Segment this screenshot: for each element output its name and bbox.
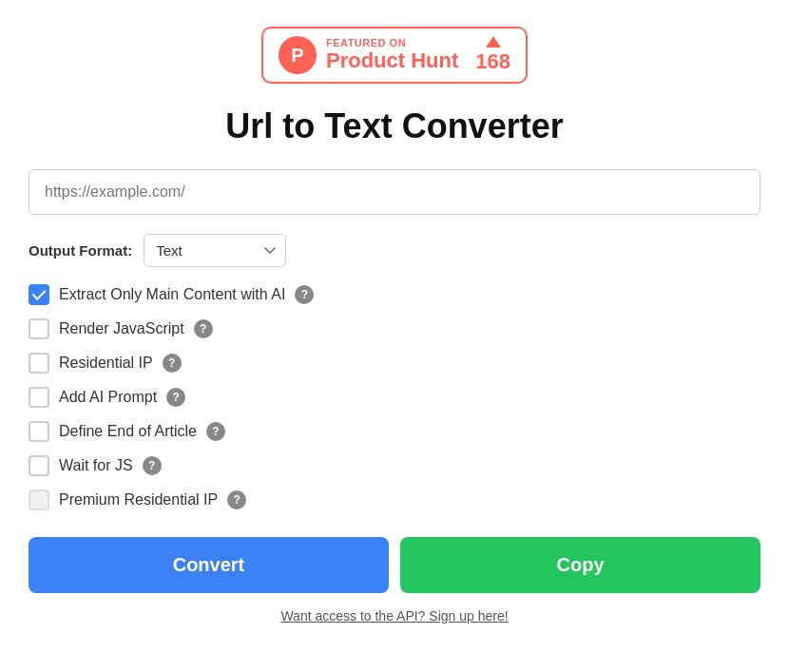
buttons-row: Convert Copy [29, 537, 760, 593]
option-label-residential-ip: Residential IP [59, 355, 153, 372]
checkbox-residential-ip[interactable] [29, 353, 49, 374]
option-wait-for-js: Wait for JS ? [29, 455, 760, 476]
url-input[interactable] [29, 169, 760, 215]
api-link[interactable]: Want access to the API? Sign up here! [280, 608, 508, 624]
checkbox-add-ai-prompt[interactable] [29, 387, 49, 408]
checkbox-render-js[interactable] [29, 318, 49, 339]
help-icon-premium-ip[interactable]: ? [227, 490, 246, 509]
ph-text-group: FEATURED ON Product Hunt [326, 37, 458, 73]
option-define-end: Define End of Article ? [29, 421, 760, 442]
options-list: Extract Only Main Content with AI ? Rend… [29, 284, 760, 510]
help-icon-extract-main[interactable]: ? [295, 285, 314, 304]
option-extract-main: Extract Only Main Content with AI ? [29, 284, 760, 305]
option-label-add-ai-prompt: Add AI Prompt [59, 389, 157, 406]
help-icon-define-end[interactable]: ? [206, 422, 225, 441]
option-label-define-end: Define End of Article [59, 423, 197, 440]
option-label-extract-main: Extract Only Main Content with AI [59, 286, 285, 303]
option-label-render-js: Render JavaScript [59, 320, 184, 337]
checkbox-wait-for-js[interactable] [29, 455, 49, 476]
checkbox-premium-ip[interactable] [29, 490, 49, 510]
option-render-js: Render JavaScript ? [29, 318, 760, 339]
help-icon-render-js[interactable]: ? [194, 319, 213, 338]
option-add-ai-prompt: Add AI Prompt ? [29, 387, 760, 408]
option-label-premium-ip: Premium Residential IP [59, 491, 218, 509]
convert-button[interactable]: Convert [29, 537, 389, 593]
help-icon-residential-ip[interactable]: ? [163, 354, 182, 373]
product-hunt-badge[interactable]: P FEATURED ON Product Hunt 168 [261, 27, 528, 84]
ph-logo: P [279, 36, 317, 74]
output-format-label: Output Format: [29, 242, 132, 259]
help-icon-wait-for-js[interactable]: ? [143, 456, 162, 475]
checkbox-define-end[interactable] [29, 421, 49, 442]
page-title: Url to Text Converter [225, 106, 563, 146]
ph-count: 168 [475, 49, 510, 74]
format-select[interactable]: Text Markdown HTML JSON [144, 234, 286, 267]
ph-upvote-triangle [486, 36, 501, 48]
checkbox-extract-main[interactable] [29, 284, 49, 305]
ph-brand-name: Product Hunt [326, 48, 458, 73]
option-label-wait-for-js: Wait for JS [59, 457, 133, 474]
ph-count-group: 168 [475, 36, 510, 74]
output-format-row: Output Format: Text Markdown HTML JSON [29, 234, 760, 267]
option-premium-ip: Premium Residential IP ? [29, 490, 760, 510]
ph-featured-on-label: FEATURED ON [326, 37, 458, 48]
option-residential-ip: Residential IP ? [29, 353, 760, 374]
copy-button[interactable]: Copy [400, 537, 760, 593]
help-icon-add-ai-prompt[interactable]: ? [166, 388, 185, 407]
